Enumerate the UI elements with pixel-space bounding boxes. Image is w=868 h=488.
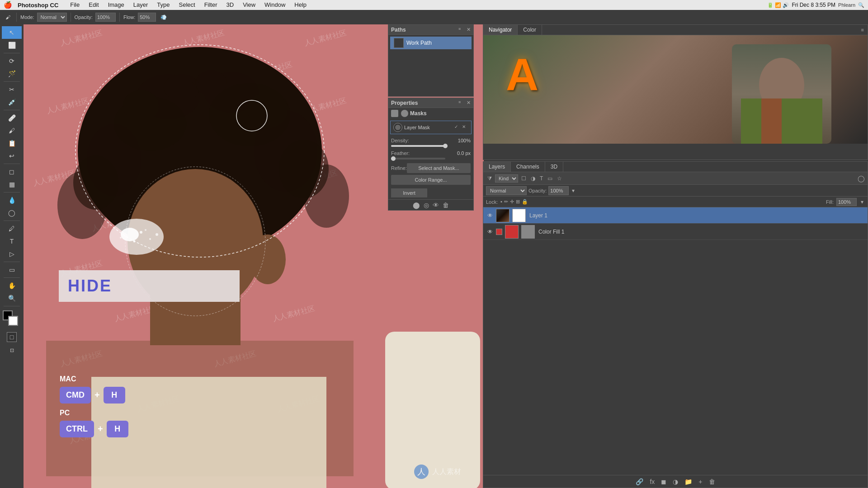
prop-icon-2[interactable]: ◎ [424,202,429,209]
path-select-tool[interactable]: ▷ [2,248,22,260]
brush-tool[interactable]: 🖌 [2,124,22,137]
color-range-btn[interactable]: Color Range... [391,175,471,185]
apple-menu[interactable]: 🍎 [4,1,12,9]
feather-slider[interactable] [391,158,445,160]
tab-layers[interactable]: Layers [483,162,511,172]
healing-tool[interactable]: 🩹 [2,112,22,124]
feather-slider-thumb[interactable] [391,156,396,161]
menu-image[interactable]: Image [104,0,129,10]
eyedropper-tool[interactable]: 💉 [2,96,22,108]
lock-artboard-icon[interactable]: ⊞ [516,199,520,205]
feather-label: Feather: [391,150,410,156]
menu-3d[interactable]: 3D [222,0,239,10]
new-layer-btn[interactable]: + [697,478,704,485]
background-color[interactable] [8,316,18,326]
prop-icon-delete[interactable]: 🗑 [443,202,449,209]
filter-toggle[interactable]: ◯ [858,175,865,182]
filter-shape-icon[interactable]: ▭ [546,175,554,182]
tab-navigator[interactable]: Navigator [483,25,518,35]
airbrush-toggle[interactable]: 💨 [159,12,169,22]
shape-tool[interactable]: ▭ [2,263,22,276]
menu-file[interactable]: File [66,0,84,10]
svg-point-22 [121,228,139,241]
tab-color[interactable]: Color [518,25,542,35]
fill-dropdown-icon[interactable]: ▾ [859,199,865,205]
zoom-tool[interactable]: 🔍 [2,292,22,305]
paths-panel-options[interactable]: ≡ [458,27,465,33]
menu-filter[interactable]: Filter [200,0,222,10]
quick-select-tool[interactable]: 🪄 [2,67,22,80]
invert-btn[interactable]: Invert [391,188,427,197]
navigator-options[interactable]: ≡ [861,27,864,33]
tab-3d[interactable]: 3D [545,162,563,172]
select-and-mask-btn[interactable]: Select and Mask... [407,163,471,173]
menu-select[interactable]: Select [174,0,199,10]
density-slider-thumb[interactable] [443,144,448,148]
layer-1-eye[interactable]: 👁 [486,211,494,220]
paths-empty-area [388,51,473,96]
mac-platform-label: MAC [60,375,128,383]
stamp-tool[interactable]: 📋 [2,137,22,150]
gradient-tool[interactable]: ▦ [2,178,22,191]
color-fill-eye[interactable]: 👁 [486,228,494,236]
paths-panel-close[interactable]: ✕ [467,27,471,33]
pen-tool[interactable]: 🖊 [2,222,22,235]
prop-icon-eye[interactable]: 👁 [433,202,439,209]
blur-tool[interactable]: 💧 [2,194,22,206]
lock-all-icon[interactable]: 🔒 [522,199,528,205]
kind-select[interactable]: Kind [495,174,518,183]
filter-smart-icon[interactable]: ☆ [556,175,563,182]
options-toolbar: 🖌 Mode: Normal Multiply Screen Opacity: … [0,10,868,24]
feather-row: Feather: 0.0 px [391,150,471,156]
dodge-tool[interactable]: ◯ [2,206,22,219]
opacity-input[interactable] [95,13,116,22]
blend-mode-select[interactable]: Normal Multiply Screen [486,186,527,195]
new-fill-btn[interactable]: ◑ [671,478,680,485]
mode-select[interactable]: Normal Multiply Screen [37,13,67,22]
lock-image-icon[interactable]: ✏ [504,199,508,205]
screen-mode[interactable]: ⊡ [2,344,22,357]
menu-view[interactable]: View [238,0,260,10]
flow-input[interactable] [138,13,156,22]
history-brush-tool[interactable]: ↩ [2,150,22,162]
filter-adjust-icon[interactable]: ◑ [529,175,537,182]
filter-pixel-icon[interactable]: ☐ [520,175,528,182]
menu-help[interactable]: Help [290,0,311,10]
add-mask-btn[interactable]: ◼ [659,478,668,485]
opacity-value[interactable] [548,186,569,195]
link-layers-btn[interactable]: 🔗 [634,478,645,485]
density-slider[interactable] [391,145,445,147]
fill-value[interactable] [836,198,857,206]
lock-position-icon[interactable]: ✛ [510,199,514,205]
menu-window[interactable]: Window [260,0,290,10]
apply-mask-btn[interactable]: ✓ [454,124,461,131]
prop-icon-1[interactable]: ⬤ [413,202,420,209]
move-tool[interactable]: ↖ [2,26,22,39]
standard-mode[interactable]: □ [7,332,17,342]
delete-layer-btn[interactable]: 🗑 [707,478,717,485]
tab-channels[interactable]: Channels [511,162,545,172]
hand-tool[interactable]: ✋ [2,279,22,292]
eraser-tool[interactable]: ◻ [2,165,22,178]
work-path-item[interactable]: Work Path [390,37,472,49]
properties-close[interactable]: ✕ [467,100,471,106]
new-group-btn[interactable]: 📁 [683,478,694,485]
lock-transparent-icon[interactable]: ▪ [500,199,502,205]
menu-edit[interactable]: Edit [84,0,103,10]
delete-mask-btn[interactable]: ✕ [462,124,468,131]
opacity-dropdown-icon[interactable]: ▾ [571,188,576,194]
menu-type[interactable]: Type [152,0,174,10]
layer-item-1[interactable]: 👁 Layer 1 [483,207,868,224]
properties-options[interactable]: ≡ [458,100,465,106]
filter-type-icon[interactable]: T [538,175,544,182]
menu-layer[interactable]: Layer [129,0,153,10]
add-style-btn[interactable]: fx [648,478,656,485]
watermark: 人人素材社区 [113,304,158,324]
crop-tool[interactable]: ✂ [2,83,22,96]
marquee-tool[interactable]: ⬜ [2,39,22,52]
tool-preset-btn[interactable]: 🖌 [3,12,13,22]
text-tool[interactable]: T [2,235,22,248]
search-icon[interactable]: 🔍 [858,2,864,8]
lasso-tool[interactable]: ⟳ [2,55,22,67]
layer-item-color-fill[interactable]: 👁 Color Fill 1 [483,224,868,240]
